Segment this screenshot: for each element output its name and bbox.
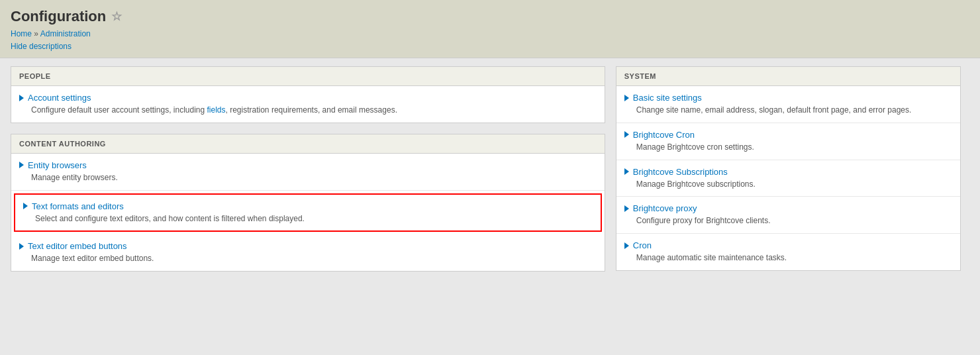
item-cron-title-row: Cron: [624, 240, 952, 250]
star-icon[interactable]: ☆: [111, 9, 122, 24]
item-text-editor-embed-title-row: Text editor embed buttons: [19, 241, 597, 251]
page-header: Configuration ☆ Home » Administration Hi…: [0, 0, 980, 58]
text-editor-embed-link[interactable]: Text editor embed buttons: [28, 241, 127, 251]
item-brightcove-proxy: Brightcove proxy Configure proxy for Bri…: [616, 197, 960, 234]
breadcrumb-home[interactable]: Home: [11, 29, 32, 38]
item-text-formats-editors: Text formats and editors Select and conf…: [14, 193, 602, 232]
page-title: Configuration ☆: [11, 8, 969, 25]
arrow-icon: [624, 95, 629, 101]
brightcove-subscriptions-desc: Manage Brightcove subscriptions.: [636, 179, 952, 190]
cron-link[interactable]: Cron: [633, 240, 652, 250]
main-content: PEOPLE Account settings Configure defaul…: [0, 58, 980, 290]
brightcove-cron-link[interactable]: Brightcove Cron: [633, 130, 695, 140]
brightcove-cron-desc: Manage Brightcove cron settings.: [636, 142, 952, 153]
section-content-authoring-header: CONTENT AUTHORING: [11, 134, 605, 154]
item-basic-site-settings: Basic site settings Change site name, em…: [616, 86, 960, 123]
item-entity-browsers: Entity browsers Manage entity browsers.: [11, 154, 605, 191]
breadcrumb-separator: »: [34, 29, 38, 38]
basic-site-settings-link[interactable]: Basic site settings: [633, 93, 702, 103]
brightcove-proxy-link[interactable]: Brightcove proxy: [633, 203, 697, 213]
fields-link[interactable]: fields: [207, 105, 226, 115]
item-account-settings-title-row: Account settings: [19, 93, 597, 103]
breadcrumb: Home » Administration: [11, 29, 969, 38]
section-people-header: PEOPLE: [11, 67, 605, 86]
item-brightcove-cron-title-row: Brightcove Cron: [624, 130, 952, 140]
item-basic-site-settings-title-row: Basic site settings: [624, 93, 952, 103]
arrow-icon: [19, 95, 24, 101]
arrow-icon: [624, 205, 629, 212]
section-system-header: SYSTEM: [616, 67, 960, 86]
brightcove-proxy-desc: Configure proxy for Brightcove clients.: [636, 215, 952, 227]
section-people: PEOPLE Account settings Configure defaul…: [11, 66, 605, 123]
account-settings-desc: Configure default user account settings,…: [31, 105, 597, 116]
item-text-formats-title-row: Text formats and editors: [23, 201, 593, 211]
item-brightcove-subscriptions-title-row: Brightcove Subscriptions: [624, 167, 952, 177]
brightcove-subscriptions-link[interactable]: Brightcove Subscriptions: [633, 167, 728, 177]
item-brightcove-subscriptions: Brightcove Subscriptions Manage Brightco…: [616, 160, 960, 197]
arrow-icon: [23, 203, 28, 209]
cron-desc: Manage automatic site maintenance tasks.: [636, 252, 952, 264]
item-entity-browsers-title-row: Entity browsers: [19, 160, 597, 170]
hide-descriptions-link-container: Hide descriptions: [11, 41, 969, 51]
arrow-icon: [624, 131, 629, 138]
account-settings-link[interactable]: Account settings: [28, 93, 91, 103]
item-brightcove-cron: Brightcove Cron Manage Brightcove cron s…: [616, 123, 960, 160]
item-brightcove-proxy-title-row: Brightcove proxy: [624, 203, 952, 213]
left-column: PEOPLE Account settings Configure defaul…: [11, 66, 605, 282]
item-text-formats-wrapper: Text formats and editors Select and conf…: [11, 191, 605, 235]
text-editor-embed-desc: Manage text editor embed buttons.: [31, 253, 597, 264]
text-formats-editors-desc: Select and configure text editors, and h…: [35, 213, 593, 225]
hide-descriptions-link[interactable]: Hide descriptions: [11, 42, 72, 51]
entity-browsers-desc: Manage entity browsers.: [31, 172, 597, 183]
basic-site-settings-desc: Change site name, email address, slogan,…: [636, 105, 952, 116]
text-formats-editors-link[interactable]: Text formats and editors: [32, 201, 124, 211]
item-account-settings: Account settings Configure default user …: [11, 86, 605, 123]
section-content-authoring: CONTENT AUTHORING Entity browsers Manage…: [11, 134, 605, 272]
arrow-icon: [19, 162, 24, 168]
arrow-icon: [624, 168, 629, 175]
section-system: SYSTEM Basic site settings Change site n…: [616, 66, 961, 271]
entity-browsers-link[interactable]: Entity browsers: [28, 160, 87, 170]
item-text-editor-embed: Text editor embed buttons Manage text ed…: [11, 234, 605, 271]
right-column: SYSTEM Basic site settings Change site n…: [616, 66, 961, 282]
arrow-icon: [19, 243, 24, 250]
item-cron: Cron Manage automatic site maintenance t…: [616, 234, 960, 270]
breadcrumb-admin[interactable]: Administration: [40, 29, 91, 38]
title-text: Configuration: [11, 8, 106, 25]
arrow-icon: [624, 242, 629, 249]
